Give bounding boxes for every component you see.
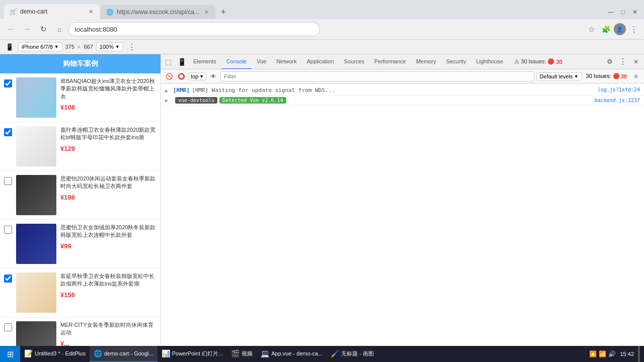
reload-button[interactable]: ↻ bbox=[36, 22, 50, 36]
cart-item: 思蜜怡2020休闲运动套装女春秋季新款时尚大码宽松长袖卫衣两件套¥198 bbox=[0, 171, 160, 220]
devtools-toggle-icon[interactable]: 📱 bbox=[4, 41, 15, 52]
taskbar: ⊞ 📝Untitled3 * - EditPlus🌐demo-cart - Go… bbox=[0, 346, 644, 362]
devtools-right-icons: ⚙ ⋮ ✕ bbox=[602, 56, 644, 68]
cart-item: 班BANQIAO超火ins薄卫衣女士2020秋季新款韩版宽松慵懒风薄款外套带帽上… bbox=[0, 73, 160, 122]
chevron-down-icon: ▼ bbox=[54, 44, 59, 49]
tray-icon-1[interactable]: 🔼 bbox=[589, 350, 597, 357]
vue-source[interactable]: backend.js:2237 bbox=[595, 98, 640, 103]
cart-item-info: 思蜜怡卫衣女加绒加厚2020秋冬装新款韩版宽松上衣连帽中长款外套¥99 bbox=[60, 224, 156, 250]
devtools-tab-application[interactable]: Application bbox=[302, 54, 339, 69]
console-issues[interactable]: 30 Issues: 🔴 30 bbox=[584, 72, 629, 80]
cart-item-image bbox=[16, 77, 56, 118]
cart-item-checkbox[interactable] bbox=[4, 323, 12, 331]
devtools-tab-console[interactable]: Console bbox=[221, 54, 252, 69]
time-display: 15:42 bbox=[620, 351, 634, 357]
devtools-tab-sources[interactable]: Sources bbox=[339, 54, 369, 69]
cart-item-image bbox=[16, 321, 56, 346]
cart-item-image bbox=[16, 224, 56, 264]
vue-expand-icon[interactable]: ▶ bbox=[165, 98, 171, 103]
home-button[interactable]: ⌂ bbox=[52, 22, 66, 36]
device-selector[interactable]: iPhone 6/7/8 ▼ bbox=[18, 42, 62, 51]
taskbar-item-vscode[interactable]: 💻App.vue - demo-ca... bbox=[257, 346, 327, 362]
star-icon[interactable]: ☆ bbox=[586, 23, 598, 35]
height-display: 667 bbox=[84, 44, 93, 50]
tab-title-2: https://www.escook.cn/api/ca... bbox=[117, 9, 199, 16]
devtools-more-icon[interactable]: ⋮ bbox=[617, 56, 629, 68]
console-dock-icon[interactable]: ≡ bbox=[631, 71, 641, 81]
devtools-inspect-icon[interactable]: ⬚ bbox=[161, 58, 176, 66]
network-icon[interactable]: 📶 bbox=[599, 350, 606, 357]
cart-item-price: ¥198 bbox=[60, 194, 156, 201]
cart-item-image bbox=[16, 126, 56, 166]
devtools-tab-elements[interactable]: Elements bbox=[188, 54, 221, 69]
preserve-log-icon[interactable]: ⭕ bbox=[176, 71, 186, 81]
speaker-icon[interactable]: 🔊 bbox=[608, 350, 616, 357]
cart-item-price: ¥99 bbox=[60, 242, 156, 250]
taskbar-item-edge[interactable]: 🌐demo-cart - Googl... bbox=[90, 346, 157, 362]
cart-item-checkbox[interactable] bbox=[4, 128, 12, 136]
back-button[interactable]: ← bbox=[4, 22, 18, 36]
devtools-tab-network[interactable]: Network bbox=[271, 54, 301, 69]
issues-badge[interactable]: ⚠ 30 Issues: 🔴 30 bbox=[510, 57, 566, 66]
context-selector[interactable]: top ▼ bbox=[188, 72, 206, 80]
show-desktop-button[interactable] bbox=[638, 346, 640, 362]
menu-icon[interactable]: ⋮ bbox=[628, 23, 640, 35]
expand-icon[interactable]: ▶ bbox=[165, 88, 171, 94]
start-button[interactable]: ⊞ bbox=[0, 346, 20, 362]
hmr-source[interactable]: log.js?1afd:24 bbox=[598, 87, 640, 93]
taskbar-item-ppt[interactable]: 📊PowerPoint 幻灯片... bbox=[157, 346, 227, 362]
more-options-button[interactable]: ⋮ bbox=[126, 41, 137, 52]
level-dropdown[interactable]: Default levels ▼ bbox=[536, 72, 582, 80]
clear-console-icon[interactable]: 🚫 bbox=[164, 71, 174, 81]
taskbar-item-icon-vscode: 💻 bbox=[261, 349, 269, 357]
vue-detected-badge: Detected Vue v2.6.14 bbox=[219, 97, 286, 104]
taskbar-item-notepad[interactable]: 🖌️无标题 - 画图 bbox=[327, 346, 378, 362]
taskbar-item-label-edge: demo-cart - Googl... bbox=[104, 350, 153, 356]
minimize-button[interactable]: ─ bbox=[606, 7, 616, 17]
settings-icon[interactable]: ⚙ bbox=[604, 56, 616, 68]
cart-item-info: 班BANQIAO超火ins薄卫衣女士2020秋季新款韩版宽松慵懒风薄款外套带帽上… bbox=[60, 77, 156, 111]
forward-button[interactable]: → bbox=[20, 22, 34, 36]
tab-favicon-2: 🌐 bbox=[106, 8, 114, 16]
taskbar-item-editplus[interactable]: 📝Untitled3 * - EditPlus bbox=[20, 346, 90, 362]
tab-close-2[interactable]: ✕ bbox=[202, 8, 210, 16]
devtools-tab-vue[interactable]: Vue bbox=[252, 54, 271, 69]
devtools-close-icon[interactable]: ✕ bbox=[630, 56, 642, 68]
url-bar[interactable]: localhost:8080 bbox=[68, 22, 320, 36]
device-name: iPhone 6/7/8 bbox=[22, 44, 53, 50]
taskbar-item-video[interactable]: 🎬视频 bbox=[227, 346, 257, 362]
devtools-tab-lighthouse[interactable]: Lighthouse bbox=[471, 54, 508, 69]
close-button[interactable]: ✕ bbox=[630, 7, 640, 17]
cart-item-image bbox=[16, 273, 56, 313]
cart-item-checkbox[interactable] bbox=[4, 79, 12, 87]
tab-title-1: demo-cart bbox=[20, 8, 84, 15]
main-layout: 购物车案例 班BANQIAO超火ins薄卫衣女士2020秋季新款韩版宽松慵懒风薄… bbox=[0, 54, 644, 346]
cart-item-checkbox[interactable] bbox=[4, 275, 12, 283]
maximize-button[interactable]: □ bbox=[618, 7, 628, 17]
console-vue-row: ▶ vue-devtools Detected Vue v2.6.14 back… bbox=[161, 96, 644, 106]
tab-close-1[interactable]: ✕ bbox=[87, 8, 95, 16]
tab-escook[interactable]: 🌐 https://www.escook.cn/api/ca... ✕ bbox=[101, 5, 215, 19]
new-tab-button[interactable]: + bbox=[216, 5, 230, 19]
filter-input[interactable] bbox=[220, 71, 534, 81]
devtools-tab-memory[interactable]: Memory bbox=[411, 54, 441, 69]
cart-item: MER·CITY女装冬季新款时尚休闲体育运动¥... bbox=[0, 317, 160, 346]
devtools-tab-bar: ⬚ 📱 ElementsConsoleVueNetworkApplication… bbox=[161, 54, 644, 69]
clock-display[interactable]: 15:42 bbox=[618, 351, 636, 357]
cart-item-info: MER·CITY女装冬季新款时尚休闲体育运动¥... bbox=[60, 321, 156, 346]
browser-actions: ☆ 🧩 👤 ⋮ bbox=[586, 23, 640, 35]
extension-icon[interactable]: 🧩 bbox=[600, 23, 612, 35]
devtools-device-icon[interactable]: 📱 bbox=[176, 58, 188, 66]
devtools-tab-security[interactable]: Security bbox=[441, 54, 471, 69]
tab-demo-cart[interactable]: 🛒 demo-cart ✕ bbox=[4, 4, 100, 19]
level-value: Default levels bbox=[540, 73, 573, 79]
cart-item-info: 嘉叶希连帽卫衣女春秋薄款2020新款宽松bf韩版字母印花中长款外套ins潮¥12… bbox=[60, 126, 156, 152]
cart-item-checkbox[interactable] bbox=[4, 226, 12, 234]
devtools-tab-performance[interactable]: Performance bbox=[369, 54, 411, 69]
eye-icon[interactable]: 👁 bbox=[208, 71, 218, 81]
cart-item-checkbox[interactable] bbox=[4, 177, 12, 185]
zoom-selector[interactable]: 100% ▼ bbox=[96, 42, 123, 51]
taskbar-item-icon-editplus: 📝 bbox=[24, 349, 33, 357]
vue-devtools-badge: vue-devtools bbox=[175, 97, 217, 104]
avatar-icon[interactable]: 👤 bbox=[614, 23, 626, 35]
